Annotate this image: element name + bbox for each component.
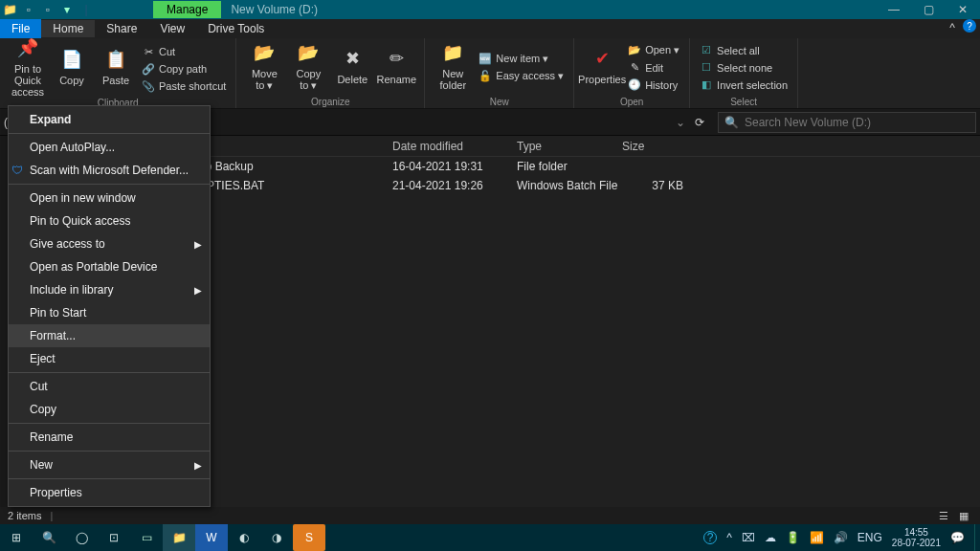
ctx-pin-start[interactable]: Pin to Start: [9, 301, 210, 324]
ctx-eject[interactable]: Eject: [9, 347, 210, 370]
cut-button[interactable]: ✂Cut: [142, 43, 226, 60]
ctx-autoplay[interactable]: Open AutoPlay...: [9, 136, 210, 159]
ctx-properties[interactable]: Properties: [9, 481, 210, 504]
battery-icon[interactable]: 🔋: [786, 531, 800, 544]
search-button[interactable]: 🔍: [33, 524, 65, 551]
ctx-pin-quick[interactable]: Pin to Quick access: [9, 209, 210, 232]
touchpad-icon[interactable]: ⌧: [742, 531, 755, 544]
new-item-button[interactable]: 🆕New item ▾: [479, 51, 564, 68]
start-button[interactable]: ⊞: [0, 524, 33, 551]
ctx-rename[interactable]: Rename: [9, 426, 210, 449]
help-icon[interactable]: ?: [963, 19, 976, 33]
status-items-count: 2 items: [8, 510, 41, 521]
chevron-right-icon: ▶: [194, 239, 202, 250]
group-label: Organize: [311, 95, 350, 108]
view-large-icon[interactable]: ▦: [955, 510, 972, 522]
list-item[interactable]: MPTIES.BAT 21-04-2021 19:26 Windows Batc…: [163, 176, 980, 195]
list-item[interactable]: sio Backup 16-04-2021 19:31 File folder: [163, 157, 980, 176]
context-menu: Expand Open AutoPlay... 🛡Scan with Micro…: [8, 105, 211, 507]
select-none-button[interactable]: ☐Select none: [700, 59, 788, 77]
ctx-copy[interactable]: Copy: [9, 398, 210, 421]
pin-to-quick-access-button[interactable]: 📌Pin to Quick access: [6, 40, 50, 98]
open-button[interactable]: 📂Open ▾: [628, 42, 679, 59]
help-tray-icon[interactable]: ?: [703, 531, 717, 544]
close-button[interactable]: ✕: [946, 0, 980, 19]
contextual-tab-manage[interactable]: Manage: [153, 1, 221, 18]
ctx-defender[interactable]: 🛡Scan with Microsoft Defender...: [9, 159, 210, 182]
taskbar-app[interactable]: ▭: [130, 524, 163, 551]
select-all-button[interactable]: ☑Select all: [700, 42, 788, 59]
notifications-icon[interactable]: 💬: [950, 531, 965, 544]
show-desktop-button[interactable]: [974, 524, 978, 551]
move-to-button[interactable]: 📂Move to ▾: [242, 40, 286, 95]
task-view-button[interactable]: ⊡: [98, 524, 130, 551]
ribbon-group-select: ☑Select all ☐Select none ◧Invert selecti…: [690, 38, 798, 108]
col-size[interactable]: Size: [622, 140, 689, 153]
wifi-icon[interactable]: 📶: [810, 531, 824, 544]
invert-selection-button[interactable]: ◧Invert selection: [700, 77, 788, 94]
ctx-cut[interactable]: Cut: [9, 375, 210, 398]
delete-button[interactable]: ✖Delete: [330, 40, 374, 95]
group-label: Select: [730, 95, 757, 108]
group-label: New: [490, 95, 509, 108]
ribbon-tabs: File Home Share View Drive Tools ^ ?: [0, 19, 980, 38]
file-list[interactable]: ^ Date modified Type Size sio Backup 16-…: [163, 136, 980, 507]
status-bar: 2 items | ☰ ▦: [0, 507, 980, 524]
chevron-right-icon: ▶: [194, 285, 202, 296]
quick-access-toolbar: 📁 ▫ ▫ ▾ |: [0, 0, 96, 19]
minimize-button[interactable]: —: [877, 0, 911, 19]
tray-overflow-icon[interactable]: ^: [726, 531, 732, 544]
search-icon: 🔍: [724, 116, 739, 129]
window-title: New Volume (D:): [231, 3, 318, 16]
taskbar-chrome2[interactable]: ◑: [260, 524, 293, 551]
taskbar-skype[interactable]: S: [293, 524, 325, 551]
ctx-library[interactable]: Include in library▶: [9, 278, 210, 301]
ctx-format[interactable]: Format...: [9, 324, 210, 347]
quick-item-icon[interactable]: ▫: [20, 1, 37, 18]
taskbar-chrome[interactable]: ◐: [228, 524, 260, 551]
shield-icon: 🛡: [11, 164, 23, 177]
ctx-new[interactable]: New▶: [9, 453, 210, 476]
refresh-icon[interactable]: ⟳: [695, 116, 704, 129]
tab-home[interactable]: Home: [41, 20, 95, 37]
copy-path-button[interactable]: 🔗Copy path: [142, 60, 226, 77]
chevron-right-icon: ▶: [194, 460, 202, 471]
qat-dropdown-icon[interactable]: ▾: [58, 1, 76, 18]
copy-to-button[interactable]: 📂Copy to ▾: [286, 40, 330, 95]
language-indicator[interactable]: ENG: [858, 531, 882, 544]
dropdown-icon[interactable]: ⌄: [676, 116, 685, 129]
paste-button[interactable]: 📋Paste: [94, 40, 138, 98]
copy-button[interactable]: 📄Copy: [50, 40, 94, 98]
easy-access-button[interactable]: 🔓Easy access ▾: [479, 68, 564, 85]
taskbar-word[interactable]: W: [195, 524, 228, 551]
ctx-open-new-window[interactable]: Open in new window: [9, 187, 210, 209]
ctx-give-access[interactable]: Give access to▶: [9, 232, 210, 255]
tab-drive-tools[interactable]: Drive Tools: [196, 20, 276, 37]
tab-file[interactable]: File: [0, 19, 41, 38]
ctx-portable[interactable]: Open as Portable Device: [9, 255, 210, 278]
tab-view[interactable]: View: [148, 20, 196, 37]
new-folder-button[interactable]: 📁New folder: [431, 40, 475, 95]
col-type[interactable]: Type: [517, 140, 622, 153]
history-button[interactable]: 🕘History: [628, 77, 679, 94]
taskbar-explorer[interactable]: 📁: [163, 524, 195, 551]
volume-icon[interactable]: 🔊: [834, 531, 848, 544]
quick-item-icon[interactable]: ▫: [39, 1, 56, 18]
col-date[interactable]: Date modified: [392, 140, 517, 153]
search-input[interactable]: 🔍 Search New Volume (D:): [718, 112, 976, 133]
maximize-button[interactable]: ▢: [911, 0, 946, 19]
tab-share[interactable]: Share: [95, 20, 148, 37]
taskbar-clock[interactable]: 14:55 28-07-2021: [892, 527, 941, 548]
ctx-expand[interactable]: Expand: [9, 108, 210, 131]
cortana-button[interactable]: ◯: [65, 524, 98, 551]
edit-button[interactable]: ✎Edit: [628, 59, 679, 77]
properties-button[interactable]: ✔Properties: [580, 40, 624, 95]
paste-shortcut-button[interactable]: 📎Paste shortcut: [142, 77, 226, 95]
ribbon-group-organize: 📂Move to ▾ 📂Copy to ▾ ✖Delete ✏Rename Or…: [236, 38, 425, 108]
view-details-icon[interactable]: ☰: [935, 510, 952, 522]
rename-button[interactable]: ✏Rename: [374, 40, 418, 95]
ribbon-collapse-icon[interactable]: ^: [944, 19, 961, 36]
column-headers[interactable]: ^ Date modified Type Size: [163, 136, 980, 157]
title-bar: 📁 ▫ ▫ ▾ | Manage New Volume (D:) — ▢ ✕: [0, 0, 980, 19]
onedrive-icon[interactable]: ☁: [765, 531, 776, 544]
